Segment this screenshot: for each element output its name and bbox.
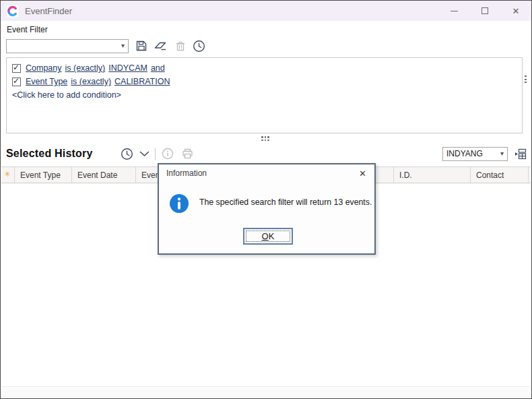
event-filter-label: Event Filter: [7, 25, 48, 34]
print-button: [181, 148, 194, 160]
filter-preset-combobox[interactable]: ▾: [6, 39, 129, 53]
save-icon: [135, 40, 147, 52]
field-chooser-icon: [513, 148, 527, 160]
row-indicator-header: ✳: [1, 167, 15, 183]
condition-conjunction-link[interactable]: and: [151, 63, 165, 73]
ok-label-mnemonic: O: [262, 231, 269, 241]
ok-button[interactable]: OK: [243, 228, 293, 245]
chevron-down-icon: ▾: [121, 42, 125, 49]
trash-icon: [175, 40, 186, 52]
layout-combo-value: INDYANG: [446, 149, 483, 158]
chevron-down-icon: [139, 151, 149, 157]
delete-filter-button: [175, 40, 186, 52]
condition-operator-link[interactable]: is (exactly): [65, 63, 106, 73]
filter-toolbar: ▾: [6, 38, 205, 53]
info-icon: [162, 148, 174, 160]
dialog-title-bar: Information ✕: [159, 164, 374, 181]
app-logo-icon: [6, 5, 19, 18]
selected-history-heading: Selected History: [6, 148, 93, 160]
condition-field-link[interactable]: Company: [26, 63, 62, 73]
minimize-button[interactable]: [438, 1, 469, 21]
panel-resize-grip-vertical[interactable]: [525, 75, 527, 83]
splitter-grip[interactable]: [261, 136, 269, 141]
clear-filter-button[interactable]: [154, 40, 168, 51]
filter-conditions-panel: ✓ Company is (exactly) INDYCAM and ✓ Eve…: [6, 57, 523, 133]
clock-icon: [121, 148, 133, 160]
eraser-icon: [154, 40, 168, 51]
close-button[interactable]: ✕: [500, 1, 531, 21]
window-controls: ✕: [438, 1, 531, 21]
maximize-button[interactable]: [469, 1, 500, 21]
information-dialog: Information ✕ The specified search filte…: [158, 163, 376, 255]
title-bar: EventFinder ✕: [1, 1, 531, 21]
printer-icon: [181, 148, 194, 160]
chevron-down-icon: ▾: [500, 150, 504, 157]
check-icon: ✓: [13, 63, 20, 72]
history-dropdown-button[interactable]: [139, 151, 149, 157]
history-toolbar: Selected History: [6, 145, 527, 162]
indicator-star-icon: ✳: [4, 170, 10, 178]
minimize-icon: [451, 11, 458, 11]
column-header-event-date[interactable]: Event Date: [72, 167, 136, 183]
ok-label-rest: K: [269, 231, 275, 241]
dialog-message: The specified search filter will return …: [199, 197, 372, 207]
status-strip: [1, 386, 531, 398]
dialog-title: Information: [166, 168, 207, 178]
condition-checkbox-event-type[interactable]: ✓: [12, 78, 21, 86]
condition-row-event-type: ✓ Event Type is (exactly) CALIBRATION: [12, 75, 517, 88]
filter-history-button[interactable]: [193, 40, 205, 53]
column-header-contact[interactable]: Contact: [471, 167, 529, 183]
layout-combobox[interactable]: INDYANG ▾: [442, 147, 508, 161]
condition-row-company: ✓ Company is (exactly) INDYCAM and: [12, 61, 517, 75]
dialog-body: The specified search filter will return …: [159, 181, 374, 253]
check-icon: ✓: [13, 76, 20, 86]
maximize-icon: [481, 7, 488, 14]
close-icon: ✕: [512, 6, 520, 16]
window-title: EventFinder: [25, 6, 72, 16]
history-time-button[interactable]: [121, 148, 133, 160]
condition-checkbox-company[interactable]: ✓: [12, 64, 21, 73]
condition-operator-link[interactable]: is (exactly): [71, 77, 111, 86]
column-header-id[interactable]: I.D.: [394, 167, 471, 183]
column-header-event-type[interactable]: Event Type: [15, 167, 72, 183]
condition-value-link[interactable]: INDYCAM: [108, 63, 147, 73]
condition-value-link[interactable]: CALIBRATION: [114, 77, 170, 86]
event-info-button: [162, 148, 174, 160]
field-chooser-button[interactable]: [513, 148, 527, 160]
eventfinder-window: EventFinder ✕ Event Filter ▾: [0, 0, 532, 399]
add-condition-link[interactable]: <Click here to add condition>: [12, 90, 121, 100]
toolbar-separator: [155, 148, 156, 160]
info-circle-icon: [169, 193, 189, 214]
clock-icon: [193, 40, 205, 53]
dialog-close-button[interactable]: ✕: [358, 168, 368, 179]
save-filter-button[interactable]: [135, 40, 147, 52]
column-header-filler: [529, 167, 532, 183]
condition-field-link[interactable]: Event Type: [26, 77, 67, 86]
